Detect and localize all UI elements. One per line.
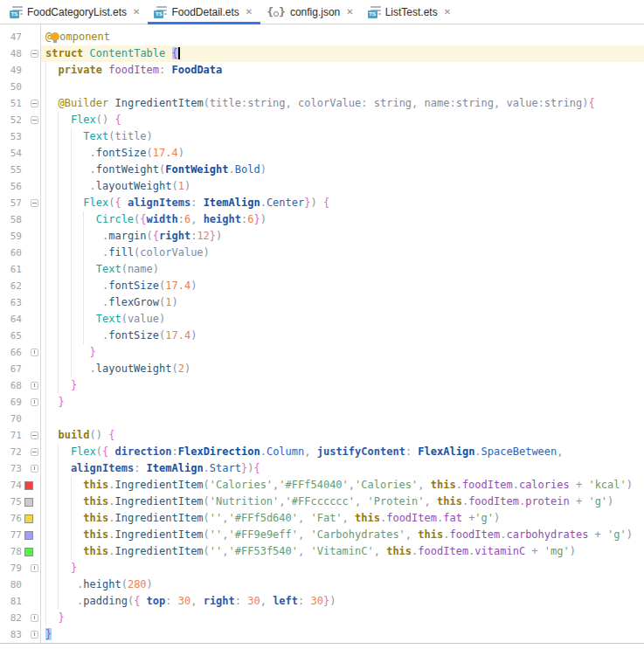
fold-end-icon[interactable] — [31, 465, 38, 473]
code-line[interactable]: .fontSize(17.4) — [41, 278, 644, 294]
indent-guide — [45, 494, 58, 510]
tab-foodcategorylist-ets[interactable]: TSFoodCategoryList.ets✕ — [3, 0, 148, 24]
fold-start-icon[interactable] — [31, 448, 38, 456]
code-token: . — [90, 163, 96, 176]
code-line[interactable]: Flex({ alignItems: ItemAlign.Center}) { — [41, 195, 644, 211]
code-line[interactable] — [41, 79, 644, 95]
close-icon[interactable]: ✕ — [246, 8, 253, 17]
code-token: : — [172, 445, 178, 458]
code-line[interactable]: Flex() { — [41, 112, 644, 128]
ts-badge: TS — [368, 10, 377, 18]
code-line[interactable]: alignItems: ItemAlign.Start}){ — [41, 460, 644, 477]
code-line[interactable]: this.IngredientItem('Nutrition','#FFcccc… — [41, 494, 644, 510]
tab-config-json[interactable]: {}config.json✕ — [260, 0, 361, 24]
code-token: ) — [260, 213, 267, 225]
fold-end-icon[interactable] — [31, 631, 38, 639]
code-line[interactable]: } — [41, 610, 644, 626]
code-token: 17.4 — [153, 147, 178, 159]
code-line[interactable]: } — [41, 560, 644, 577]
code-line[interactable] — [41, 411, 644, 427]
line-gutter: 72 — [0, 444, 41, 460]
code-token: this — [83, 512, 108, 524]
code-line[interactable]: .margin({right:12}) — [41, 228, 644, 245]
code-line[interactable]: this.IngredientItem('','#FFf5d640', 'Fat… — [41, 510, 644, 527]
color-swatch-icon[interactable] — [24, 481, 33, 490]
code-line[interactable]: .height(280) — [41, 577, 644, 593]
close-icon[interactable]: ✕ — [133, 8, 140, 17]
fold-end-icon[interactable] — [31, 382, 38, 390]
code-token: foodItem — [468, 495, 519, 507]
code-line[interactable]: Text(value) — [41, 311, 644, 328]
code-line[interactable]: } — [41, 394, 644, 411]
code-token: fill — [108, 246, 134, 259]
line-gutter: 69 — [0, 394, 41, 411]
code-line[interactable]: .layoutWeight(1) — [41, 178, 644, 195]
fold-end-icon[interactable] — [31, 398, 38, 406]
code-line[interactable]: build() { — [41, 427, 644, 444]
indent-guide — [58, 460, 70, 477]
code-token: struct — [45, 47, 83, 59]
indent-guide — [45, 344, 58, 361]
code-line[interactable]: this.IngredientItem('','#FF9e9eff', 'Car… — [41, 527, 644, 543]
fold-start-icon[interactable] — [31, 100, 38, 107]
fold-end-icon[interactable] — [31, 564, 38, 572]
code-line[interactable]: @omponent — [41, 29, 644, 45]
tab-label: config.json — [290, 6, 340, 18]
code-token: '#FFf54040' — [279, 479, 348, 491]
code-line[interactable]: private foodItem: FoodData — [41, 62, 644, 79]
code-line[interactable]: Text(title) — [41, 128, 644, 145]
code-token: ) — [607, 495, 613, 507]
color-swatch-icon[interactable] — [24, 498, 33, 507]
doc-line — [164, 13, 167, 15]
code-token: IngredientItem — [114, 545, 203, 557]
code-line[interactable]: @Builder IngredientItem(title:string, co… — [41, 95, 644, 112]
code-line[interactable]: } — [41, 377, 644, 394]
lightbulb-icon[interactable] — [51, 32, 59, 41]
gutter-annotations — [22, 145, 40, 162]
indent-guide — [71, 211, 83, 228]
code-token: : — [449, 97, 455, 109]
line-gutter: 75 — [0, 494, 41, 510]
line-gutter: 56 — [0, 178, 41, 195]
code-line[interactable]: this.IngredientItem('Calories','#FFf5404… — [41, 477, 644, 494]
fold-start-icon[interactable] — [31, 50, 38, 58]
code-line[interactable]: .fontSize(17.4) — [41, 145, 644, 162]
line-gutter: 74 — [0, 477, 41, 494]
code-line[interactable]: this.IngredientItem('','#FF53f540', 'Vit… — [41, 543, 644, 560]
color-swatch-icon[interactable] — [24, 548, 33, 556]
code-line[interactable]: } — [41, 344, 644, 361]
code-token: ( — [121, 578, 128, 590]
code-token: 30 — [311, 595, 323, 607]
fold-start-icon[interactable] — [31, 116, 38, 124]
line-number: 79 — [0, 560, 22, 577]
code-line[interactable]: Text(name) — [41, 261, 644, 278]
code-line[interactable]: .fontWeight(FontWeight.Bold) — [41, 162, 644, 178]
fold-end-icon[interactable] — [31, 349, 38, 356]
code-token: string — [247, 97, 285, 109]
tab-fooddetail-ets[interactable]: TSFoodDetail.ets✕ — [148, 0, 260, 24]
color-swatch-icon[interactable] — [24, 531, 33, 540]
code-line[interactable]: .flexGrow(1) — [41, 294, 644, 311]
fold-start-icon[interactable] — [31, 199, 38, 207]
code-token: ( — [147, 230, 153, 242]
code-line[interactable]: Flex({ direction:FlexDirection.Column, j… — [41, 444, 644, 460]
code-line[interactable]: .fill(colorValue) — [41, 245, 644, 261]
fold-start-icon[interactable] — [31, 432, 38, 439]
color-swatch-icon[interactable] — [24, 514, 33, 523]
code-line[interactable]: .layoutWeight(2) — [41, 361, 644, 377]
code-token: . — [474, 445, 481, 458]
code-line[interactable]: struct ContentTable { — [41, 45, 644, 62]
code-line[interactable]: Circle({width:6, height:6}) — [41, 211, 644, 228]
close-icon[interactable]: ✕ — [444, 8, 451, 17]
fold-end-icon[interactable] — [31, 614, 38, 622]
code-line[interactable]: .padding({ top: 30, right: 30, left: 30}… — [41, 593, 644, 610]
code-line[interactable]: .fontSize(17.4) — [41, 328, 644, 344]
line-number: 73 — [0, 460, 22, 477]
tab-listtest-ets[interactable]: TSListTest.ets✕ — [362, 0, 459, 24]
close-icon[interactable]: ✕ — [346, 8, 353, 17]
gutter-annotations — [22, 245, 40, 261]
indent-guide — [45, 294, 58, 311]
indent-guide — [45, 112, 58, 128]
indent-guide — [71, 494, 83, 510]
code-line[interactable]: } — [41, 626, 644, 643]
